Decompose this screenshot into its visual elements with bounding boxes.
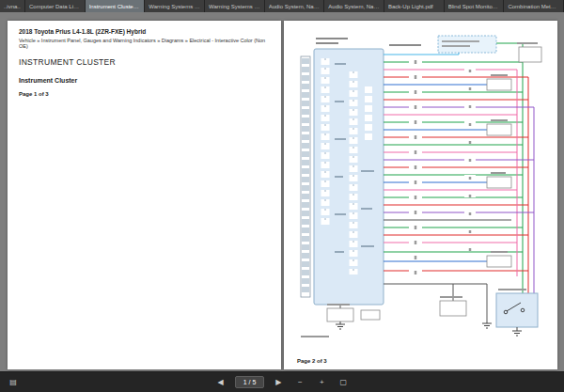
- sidebar-toggle-icon[interactable]: ▤: [6, 375, 21, 390]
- page-indicator[interactable]: 1 / 5: [235, 376, 265, 388]
- viewer-toolbar: ▤ ◀ 1 / 5 ▶ − + ▢: [0, 371, 564, 392]
- tab-audio-system-2[interactable]: Audio System, Naviga...: [324, 0, 384, 12]
- document-viewer: 2018 Toyota Prius L4-1.8L (2ZR-FXE) Hybr…: [0, 12, 564, 371]
- page-number-label-left: Page 1 of 3: [19, 91, 270, 97]
- wiring-diagram: [299, 30, 545, 340]
- tab-blind-spot-monitor[interactable]: Blind Spot Monitor Sw...: [445, 0, 505, 12]
- pdf-viewer-app: ..ivna.. Computer Data Lines ... Instrum…: [0, 0, 564, 392]
- next-page-icon[interactable]: ▶: [271, 375, 286, 390]
- page-right: Page 2 of 3: [284, 21, 557, 369]
- tab-instrument-cluster[interactable]: Instrument Cluster (Ins...: [86, 0, 146, 12]
- tab-computer-data-lines[interactable]: Computer Data Lines ...: [25, 0, 86, 12]
- section-heading: INSTRUMENT CLUSTER: [19, 57, 270, 67]
- tab-combination-meter[interactable]: Combination Meter ...: [504, 0, 564, 12]
- vehicle-title: 2018 Toyota Prius L4-1.8L (2ZR-FXE) Hybr…: [19, 28, 270, 35]
- breadcrumb: Vehicle » Instrument Panel, Gauges and W…: [19, 38, 270, 49]
- tab-partial[interactable]: ..ivna..: [0, 0, 25, 12]
- tab-warning-systems-ch[interactable]: Warning Systems - Ch...: [145, 0, 205, 12]
- zoom-out-icon[interactable]: −: [292, 375, 307, 390]
- tab-warning-systems-tir[interactable]: Warning Systems - Tir...: [205, 0, 265, 12]
- diagram-subheading: Instrument Cluster: [19, 77, 270, 84]
- tab-bar: ..ivna.. Computer Data Lines ... Instrum…: [0, 0, 564, 12]
- page-left: 2018 Toyota Prius L4-1.8L (2ZR-FXE) Hybr…: [8, 21, 281, 369]
- page-number-label-right: Page 2 of 3: [297, 358, 327, 364]
- previous-page-icon[interactable]: ◀: [213, 375, 228, 390]
- zoom-in-icon[interactable]: +: [314, 375, 329, 390]
- tab-audio-system-1[interactable]: Audio System, Naviga...: [265, 0, 325, 12]
- fit-page-icon[interactable]: ▢: [336, 375, 351, 390]
- tab-back-up-light[interactable]: Back-Up Light.pdf: [384, 0, 445, 12]
